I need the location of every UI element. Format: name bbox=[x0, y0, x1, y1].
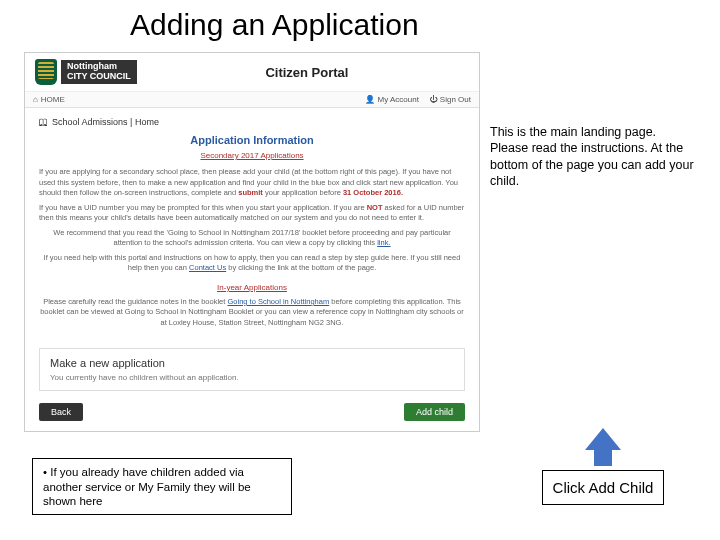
nav-account-label: My Account bbox=[378, 95, 419, 104]
home-icon: ⌂ bbox=[33, 95, 38, 104]
portal-body: 🕮 School Admissions | Home Application I… bbox=[25, 108, 479, 340]
power-icon: ⏻ bbox=[429, 95, 437, 104]
back-button[interactable]: Back bbox=[39, 403, 83, 421]
new-app-title: Make a new application bbox=[50, 357, 454, 369]
contact-link[interactable]: Contact Us bbox=[189, 263, 226, 272]
bottom-row: • If you already have children added via… bbox=[0, 432, 720, 515]
add-child-callout: Click Add Child bbox=[518, 458, 688, 505]
para-4: If you need help with this portal and in… bbox=[39, 253, 465, 274]
council-line2: CITY COUNCIL bbox=[67, 72, 131, 82]
nav-home[interactable]: ⌂ HOME bbox=[33, 95, 65, 104]
crest-icon bbox=[35, 59, 57, 85]
council-name: Nottingham CITY COUNCIL bbox=[61, 60, 137, 84]
going-to-school-link[interactable]: Going to School in Nottingham bbox=[227, 297, 329, 306]
portal-nav: ⌂ HOME 👤 My Account ⏻ Sign Out bbox=[25, 92, 479, 108]
application-info-heading: Application Information bbox=[39, 133, 465, 148]
add-child-button[interactable]: Add child bbox=[404, 403, 465, 421]
portal-title: Citizen Portal bbox=[145, 65, 469, 80]
button-row: Back Add child bbox=[25, 397, 479, 431]
slide-title: Adding an Application bbox=[0, 0, 720, 52]
side-note: This is the main landing page. Please re… bbox=[490, 52, 696, 432]
main-row: Nottingham CITY COUNCIL Citizen Portal ⌂… bbox=[0, 52, 720, 432]
breadcrumb-text: School Admissions | Home bbox=[52, 116, 159, 129]
existing-children-note: • If you already have children added via… bbox=[32, 458, 292, 515]
portal-header: Nottingham CITY COUNCIL Citizen Portal bbox=[25, 53, 479, 92]
new-app-subtext: You currently have no children without a… bbox=[50, 373, 454, 382]
para-1: If you are applying for a secondary scho… bbox=[39, 167, 465, 199]
arrow-up-icon bbox=[585, 428, 621, 450]
portal-window: Nottingham CITY COUNCIL Citizen Portal ⌂… bbox=[24, 52, 480, 432]
nav-account[interactable]: 👤 My Account bbox=[365, 95, 419, 104]
booklet-link[interactable]: link. bbox=[377, 238, 390, 247]
para-2: If you have a UID number you may be prom… bbox=[39, 203, 465, 224]
breadcrumb: 🕮 School Admissions | Home bbox=[39, 116, 465, 129]
para-3: We recommend that you read the 'Going to… bbox=[39, 228, 465, 249]
user-icon: 👤 bbox=[365, 95, 375, 104]
secondary-heading[interactable]: Secondary 2017 Applications bbox=[39, 150, 465, 161]
callout-label: Click Add Child bbox=[542, 470, 665, 505]
council-logo: Nottingham CITY COUNCIL bbox=[35, 59, 137, 85]
arrow-stem bbox=[594, 448, 612, 466]
nav-home-label: HOME bbox=[41, 95, 65, 104]
book-icon: 🕮 bbox=[39, 116, 48, 129]
nav-signout[interactable]: ⏻ Sign Out bbox=[429, 95, 471, 104]
portal-screenshot: Nottingham CITY COUNCIL Citizen Portal ⌂… bbox=[24, 52, 480, 432]
para-5: Please carefully read the guidance notes… bbox=[39, 297, 465, 329]
nav-signout-label: Sign Out bbox=[440, 95, 471, 104]
inyear-heading[interactable]: In-year Applications bbox=[39, 282, 465, 293]
new-application-panel: Make a new application You currently hav… bbox=[39, 348, 465, 391]
